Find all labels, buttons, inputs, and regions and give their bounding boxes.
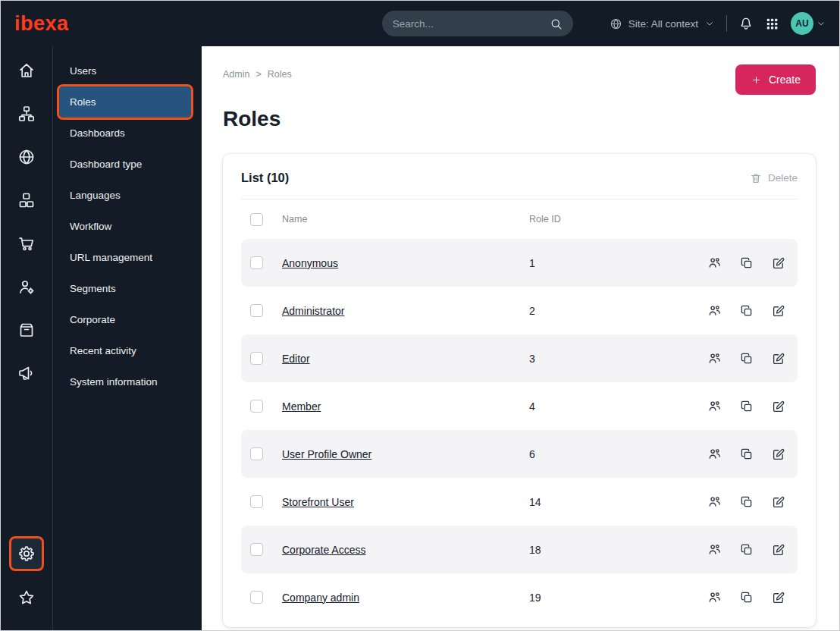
row-checkbox[interactable] — [250, 447, 263, 460]
sidebar-item-recent-activity[interactable]: Recent activity — [59, 335, 191, 366]
role-name-link[interactable]: Editor — [282, 353, 529, 365]
assign-role-icon[interactable] — [707, 447, 722, 461]
role-name-link[interactable]: Storefront User — [282, 496, 529, 508]
role-name-link[interactable]: Anonymous — [282, 257, 529, 269]
create-button[interactable]: Create — [735, 64, 816, 95]
main-header: Admin > Roles Create — [223, 64, 816, 95]
assign-role-icon[interactable] — [707, 590, 722, 604]
search-bar[interactable] — [382, 11, 573, 36]
plus-icon — [751, 74, 762, 86]
row-checkbox[interactable] — [250, 495, 263, 508]
sidebar-item-url-management[interactable]: URL management — [59, 242, 191, 273]
bookmarks-star-icon[interactable] — [10, 581, 43, 614]
assign-role-icon[interactable] — [707, 303, 722, 318]
row-actions — [672, 399, 785, 413]
sidebar-item-segments[interactable]: Segments — [59, 273, 191, 304]
list-card-header: List (10) Delete — [241, 154, 798, 199]
row-actions — [672, 494, 785, 509]
apps-grid-icon[interactable] — [765, 17, 779, 31]
globe-icon[interactable] — [10, 140, 43, 174]
body: UsersRolesDashboardsDashboard typeLangua… — [1, 46, 839, 630]
customer-portal-icon[interactable] — [10, 270, 43, 303]
row-checkbox[interactable] — [250, 543, 263, 556]
edit-role-icon[interactable] — [772, 447, 785, 461]
product-catalog-icon[interactable] — [10, 184, 43, 217]
sidebar-item-dashboard-type[interactable]: Dashboard type — [59, 149, 191, 180]
settings-gear-icon[interactable] — [9, 536, 44, 571]
role-id-value: 2 — [529, 305, 672, 317]
icon-rail-bottom — [9, 536, 44, 624]
role-name-link[interactable]: Company admin — [282, 592, 529, 604]
topbar-divider — [726, 15, 727, 32]
ibexa-admin-screen: ibexa Site: All context AU Users — [0, 0, 840, 631]
sidebar-item-system-information[interactable]: System information — [59, 366, 191, 397]
row-actions — [672, 256, 785, 270]
campaign-megaphone-icon[interactable] — [10, 356, 43, 390]
column-header-role-id: Role ID — [529, 214, 672, 224]
home-icon[interactable] — [10, 54, 43, 87]
edit-role-icon[interactable] — [772, 400, 785, 413]
chevron-down-icon — [816, 19, 826, 28]
user-avatar[interactable]: AU — [791, 12, 813, 35]
copy-role-icon[interactable] — [740, 447, 754, 461]
copy-role-icon[interactable] — [740, 256, 754, 270]
copy-role-icon[interactable] — [740, 543, 754, 557]
role-name-link[interactable]: Corporate Access — [282, 544, 529, 556]
edit-role-icon[interactable] — [772, 495, 785, 509]
site-context-label: Site: All context — [628, 18, 698, 30]
role-id-value: 19 — [529, 592, 672, 604]
search-icon[interactable] — [550, 17, 563, 30]
role-name-link[interactable]: Member — [282, 400, 529, 413]
sidebar-item-languages[interactable]: Languages — [59, 180, 191, 211]
search-input[interactable] — [393, 18, 550, 30]
site-context-selector[interactable]: Site: All context — [610, 17, 715, 30]
breadcrumb-separator: > — [255, 69, 261, 80]
role-name-link[interactable]: Administrator — [282, 305, 529, 317]
sidebar-item-workflow[interactable]: Workflow — [59, 211, 191, 242]
icon-rail-top — [10, 54, 43, 400]
role-name-link[interactable]: User Profile Owner — [282, 448, 529, 460]
edit-role-icon[interactable] — [772, 543, 785, 557]
row-checkbox[interactable] — [250, 400, 263, 413]
edit-role-icon[interactable] — [772, 591, 785, 604]
row-actions — [672, 542, 785, 557]
edit-role-icon[interactable] — [772, 304, 785, 318]
breadcrumb-link-admin[interactable]: Admin — [223, 69, 249, 80]
table-row: Anonymous1 — [241, 239, 798, 287]
sidebar-item-roles[interactable]: Roles — [59, 86, 191, 118]
assign-role-icon[interactable] — [707, 542, 722, 557]
row-checkbox[interactable] — [250, 352, 263, 365]
topbar-right: Site: All context AU — [610, 12, 826, 35]
list-heading: List (10) — [241, 171, 289, 185]
copy-role-icon[interactable] — [740, 400, 754, 413]
sidebar-item-users[interactable]: Users — [59, 55, 191, 86]
row-checkbox[interactable] — [250, 304, 263, 317]
delete-button[interactable]: Delete — [750, 172, 798, 184]
assign-role-icon[interactable] — [707, 351, 722, 366]
table-header-row: Name Role ID — [241, 199, 798, 239]
commerce-cart-icon[interactable] — [10, 227, 43, 260]
sidebar-item-corporate[interactable]: Corporate — [59, 304, 191, 335]
user-menu[interactable]: AU — [791, 12, 826, 35]
assign-role-icon[interactable] — [707, 256, 722, 270]
sidebar-item-dashboards[interactable]: Dashboards — [59, 118, 191, 149]
ibexa-logo[interactable]: ibexa — [14, 12, 69, 36]
edit-role-icon[interactable] — [772, 352, 785, 366]
icon-rail — [1, 46, 52, 630]
copy-role-icon[interactable] — [740, 591, 754, 604]
table-row: Member4 — [241, 382, 798, 430]
row-checkbox[interactable] — [250, 591, 263, 604]
admin-sidebar: UsersRolesDashboardsDashboard typeLangua… — [52, 46, 202, 630]
order-box-icon[interactable] — [10, 313, 43, 347]
row-checkbox[interactable] — [250, 256, 263, 269]
content-tree-icon[interactable] — [10, 97, 43, 130]
table-row: Editor3 — [241, 334, 798, 382]
copy-role-icon[interactable] — [740, 304, 754, 318]
copy-role-icon[interactable] — [740, 352, 754, 366]
assign-role-icon[interactable] — [707, 399, 722, 413]
edit-role-icon[interactable] — [772, 256, 785, 270]
copy-role-icon[interactable] — [740, 495, 754, 509]
select-all-checkbox[interactable] — [250, 213, 263, 226]
assign-role-icon[interactable] — [707, 494, 722, 509]
notifications-bell-icon[interactable] — [738, 16, 754, 31]
